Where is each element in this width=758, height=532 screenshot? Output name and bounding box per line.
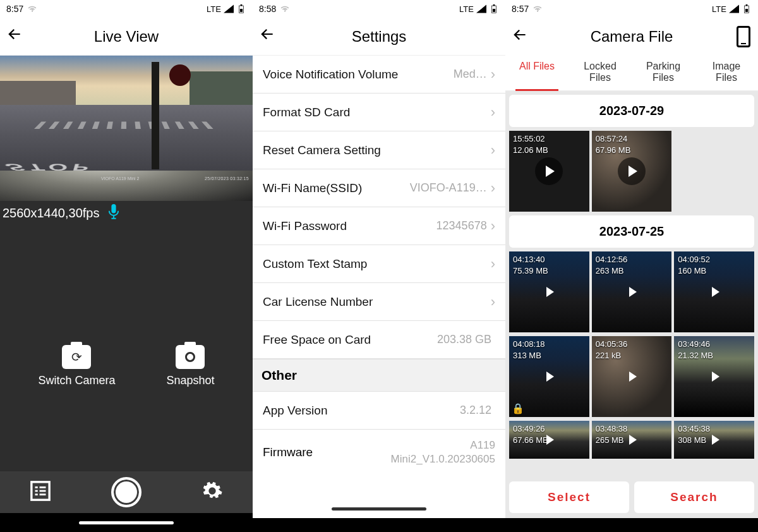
file-tab[interactable]: Image Files [695,56,758,90]
file-tabs: All FilesLocked FilesParking FilesImage … [505,56,758,91]
row-label: Car License Number [263,295,373,309]
thumb-meta: 04:09:52160 MB [678,254,710,277]
svg-rect-9 [40,490,46,492]
thumb-row: 04:13:4075.39 MB 04:12:56263 MB 04:09:52… [509,251,754,332]
status-bar: 8:58 ? LTE [253,0,505,18]
snapshot-button[interactable]: Snapshot [166,345,214,387]
snapshot-icon [176,345,205,369]
svg-rect-11 [40,493,46,495]
status-time: 8:57 [6,4,23,14]
phone-live-view: 8:57 ? LTE Live View STOP VIOFO A119 Min… [0,0,253,532]
play-icon [701,363,728,390]
switch-camera-button[interactable]: ⟳ Switch Camera [38,345,115,387]
video-thumbnail[interactable]: 08:57:2467.96 MB [592,131,672,212]
status-net: LTE [459,4,474,14]
settings-row[interactable]: Wi-Fi Password 12345678 › [253,207,505,245]
chevron-right-icon: › [491,180,495,196]
row-label: Format SD Card [263,106,350,119]
row-label: Free Space on Card [263,333,371,347]
svg-rect-4 [112,204,116,213]
row-label: Voice Notification Volume [263,68,398,82]
settings-row[interactable]: Free Space on Card 203.38 GB [253,321,505,359]
android-nav-bar[interactable] [0,513,253,532]
battery-icon [742,4,752,13]
video-thumbnail[interactable]: 04:05:36221 kB [592,336,672,417]
status-time: 8:57 [512,4,529,14]
thumb-empty [674,131,754,212]
settings-row[interactable]: Custom Text Stamp › [253,245,505,283]
thumb-meta: 04:08:18313 MB [513,339,545,361]
battery-icon [489,4,499,13]
topbar-files: Camera File [505,18,758,56]
page-title: Settings [253,28,505,45]
row-label: App Version [263,404,327,418]
thumb-meta: 04:13:4075.39 MB [513,254,548,277]
files-list-button[interactable] [30,480,51,504]
video-thumbnail[interactable]: 03:48:38265 MB [592,421,672,459]
mic-icon[interactable] [108,204,119,222]
phone-storage-button[interactable] [737,26,750,47]
search-button[interactable]: Search [634,481,754,513]
chevron-right-icon: › [491,142,495,159]
lock-icon: 🔒 [512,402,524,414]
file-list[interactable]: 2023-07-29 15:55:0212.06 MB 08:57:2467.9… [505,91,758,476]
phone-settings: 8:58 ? LTE Settings Voice Notification V… [253,0,505,532]
settings-button[interactable] [202,480,223,504]
video-thumbnail[interactable]: 04:09:52160 MB [674,251,754,332]
page-title: Live View [0,28,253,45]
status-bar: 8:57 ? LTE [0,0,253,18]
back-arrow-icon [6,26,23,42]
row-label: Reset Camera Setting [263,143,381,157]
svg-rect-7 [40,487,46,488]
svg-rect-18 [746,4,748,6]
svg-rect-14 [493,4,495,6]
settings-row[interactable]: Wi-Fi Name(SSID) VIOFO-A119… › [253,169,505,207]
video-overlay-model: VIOFO A119 Mini 2 [101,176,139,181]
video-thumbnail[interactable]: 04:12:56263 MB [592,251,672,332]
row-label: Custom Text Stamp [263,257,367,271]
wifi-icon: ? [280,4,290,13]
svg-rect-6 [35,487,38,488]
thumb-row: 03:49:2667.66 MB 03:48:38265 MB 03:45:38… [509,421,754,459]
video-thumbnail[interactable]: 15:55:0212.06 MB [509,131,589,212]
select-button[interactable]: Select [509,481,629,513]
video-thumbnail[interactable]: 03:49:2667.66 MB [509,421,589,459]
settings-row[interactable]: Voice Notification Volume Med… › [253,56,505,94]
back-button[interactable] [259,26,278,47]
settings-row[interactable]: Format SD Card › [253,94,505,131]
android-nav-bar[interactable] [253,499,505,518]
file-tab[interactable]: All Files [505,56,568,90]
video-thumbnail[interactable]: 04:13:4075.39 MB [509,251,589,332]
video-thumbnail[interactable]: 03:49:4621.32 MB [674,336,754,417]
video-thumbnail[interactable]: 04:08:18313 MB 🔒 [509,336,589,417]
settings-row-firmware[interactable]: Firmware A119 Mini2_V1.0.20230605 [253,430,505,475]
video-thumbnail[interactable]: 03:45:38308 MB [674,421,754,459]
thumb-meta: 08:57:2467.96 MB [596,133,631,156]
settings-row[interactable]: Reset Camera Setting › [253,131,505,169]
settings-list[interactable]: Voice Notification Volume Med… › Format … [253,56,505,499]
settings-row[interactable]: Car License Number › [253,283,505,321]
date-header: 2023-07-29 [509,95,754,127]
settings-row-app-version[interactable]: App Version 3.2.12 [253,392,505,430]
record-button[interactable] [111,477,141,507]
svg-rect-19 [745,9,748,12]
signal-icon [224,4,234,13]
topbar-settings: Settings [253,18,505,56]
row-value: 203.38 GB [437,333,495,346]
thumb-row: 04:08:18313 MB 🔒 04:05:36221 kB 03:49:46… [509,336,754,417]
row-value: 12345678 [436,219,491,233]
play-icon [535,157,563,185]
signal-icon [729,4,739,13]
file-tab[interactable]: Parking Files [632,56,695,90]
back-button[interactable] [512,27,531,47]
live-video-feed[interactable]: STOP VIOFO A119 Mini 2 25/07/2023 03:32:… [0,56,253,201]
phone-camera-file: 8:57 ? LTE Camera File All FilesLocked F… [505,0,758,532]
svg-rect-2 [241,4,243,6]
svg-rect-8 [35,490,38,492]
thumb-meta: 03:49:4621.32 MB [678,339,713,361]
play-icon [618,278,646,306]
topbar-live: Live View [0,18,253,56]
back-button[interactable] [6,26,25,47]
play-icon [701,426,728,454]
file-tab[interactable]: Locked Files [568,56,632,90]
